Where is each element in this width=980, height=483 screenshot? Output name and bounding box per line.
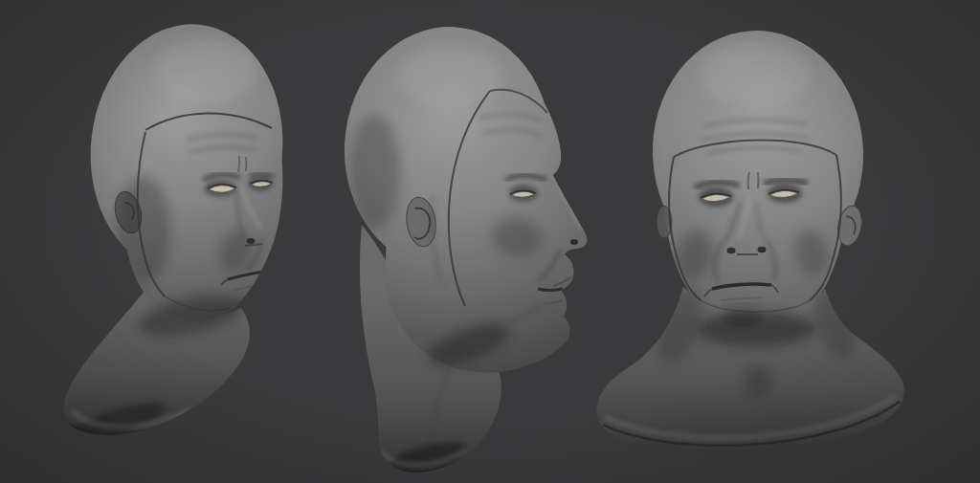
head-profile-center (339, 22, 588, 483)
stage (0, 0, 980, 483)
head-three-quarter-right (596, 25, 903, 452)
head-three-quarter-left (61, 14, 295, 450)
sculpt-viewport[interactable] (0, 0, 980, 483)
